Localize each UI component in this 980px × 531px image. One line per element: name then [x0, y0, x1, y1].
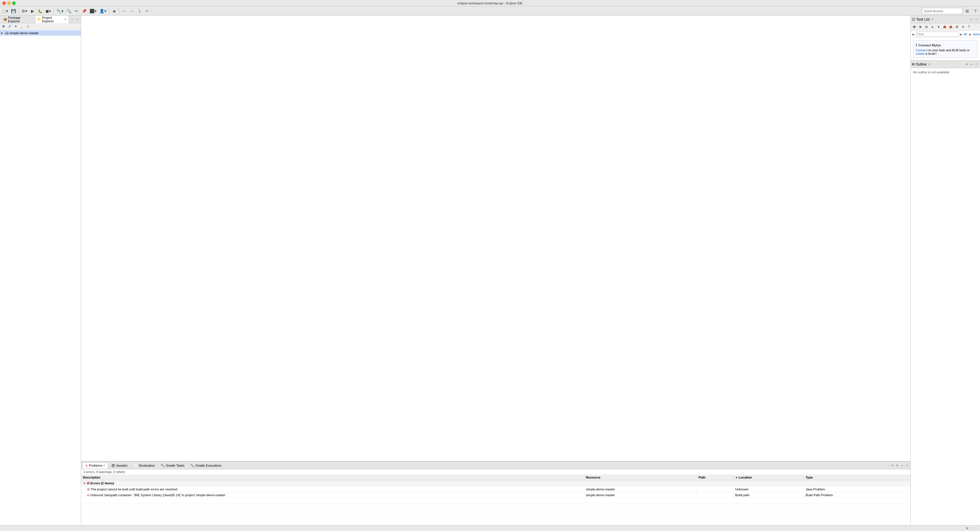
task-action-4[interactable]: ↯ [935, 24, 942, 30]
task-list-header: ☑ Task List ✕ — □ [911, 16, 980, 23]
task-list-maximize-button[interactable]: □ [974, 17, 979, 22]
back-button[interactable]: ← [121, 8, 128, 14]
task-list-minimize-button[interactable]: — [969, 17, 974, 22]
tree-arrow-icon: ▶ [1, 32, 4, 35]
table-header-row: Description Resource Path ▼ Location Typ… [81, 475, 910, 480]
find-arrow-icon: ▶ [913, 33, 915, 36]
tab-problems[interactable]: ⚠ Problems ✕ [82, 462, 108, 469]
col-path[interactable]: Path [697, 475, 733, 480]
outline-content: An outline is not available. [911, 68, 980, 76]
connect-mylyn-box: ℹ Connect Mylyn Connect to your task and… [913, 40, 978, 58]
tab-gradle-tasks[interactable]: 🔨 Gradle Tasks [158, 462, 187, 469]
col-resource[interactable]: Resource [584, 475, 697, 480]
outline-icon: ⊞ [912, 62, 915, 66]
maximize-button[interactable]: □ [25, 24, 31, 29]
task-action-1[interactable]: ⊞ [917, 24, 923, 30]
bottom-panel-action-button[interactable]: ⇒ [890, 463, 894, 468]
project-name-label: simple-demo-master [10, 31, 38, 35]
task-action-5[interactable]: 📥 [942, 24, 948, 30]
close-window-button[interactable] [2, 2, 6, 5]
problems-table: Description Resource Path ▼ Location Typ… [81, 475, 910, 525]
left-panel-minimize-button[interactable]: — [70, 17, 75, 22]
task-list-toolbar: ➕ ⊞ ⊟ ▸ ↯ 📥 📤 ⚙ ▾ ? [911, 23, 980, 31]
run-last-button[interactable]: ▶ [29, 8, 36, 14]
problems-summary: 2 errors, 0 warnings, 0 others [81, 469, 910, 475]
tab-gradle-executions[interactable]: 🔨 Gradle Executions [188, 462, 224, 469]
team-button[interactable]: ⬛▾ [88, 8, 98, 14]
bottom-panel: ⚠ Problems ✕ @ Javadoc 📄 Declaration 🔨 G… [81, 461, 910, 525]
prev-edit-button[interactable]: ⤵ [136, 8, 143, 14]
task-action-2[interactable]: ⊟ [923, 24, 929, 30]
task-action-7[interactable]: ⚙ [954, 24, 960, 30]
debug-button[interactable]: 🐛 [37, 8, 44, 14]
minimize-button[interactable]: _ [19, 24, 25, 29]
tab-project-explorer[interactable]: 📁 Project Explorer ✕ [35, 16, 69, 24]
table-row[interactable]: ⊘ The project cannot be built until buil… [81, 486, 910, 493]
run-config-button[interactable]: ◼▾ [45, 8, 52, 14]
gradle-exec-tab-label: Gradle Executions [195, 464, 221, 467]
left-panel-maximize-button[interactable]: □ [75, 17, 80, 22]
tab-declaration[interactable]: 📄 Declaration [131, 462, 158, 469]
collapse-all-button[interactable]: ⊞ [1, 24, 6, 29]
outline-minimize-button[interactable]: — [969, 62, 974, 67]
bottom-panel-minimize-button[interactable]: — [900, 463, 904, 468]
task-find-input[interactable] [916, 32, 959, 37]
run-button[interactable]: ⚙▾ [20, 8, 29, 14]
minimize-window-button[interactable] [7, 2, 11, 5]
quick-access-input[interactable]: Quick Access [922, 8, 963, 14]
problems-tab-label: Problems [89, 464, 102, 467]
view-menu-button[interactable]: ▾ [13, 24, 19, 29]
tree-item-simple-demo-master[interactable]: ▶ 🗂 simple-demo-master [0, 30, 81, 36]
all-tasks-link[interactable]: All [964, 32, 967, 36]
next-edit-button[interactable]: ⤶ [143, 8, 150, 14]
task-list-close-button[interactable]: ✕ [931, 18, 934, 21]
status-settings-icon[interactable]: ⚙ [966, 527, 969, 530]
task-view-menu-button[interactable]: ▾ [960, 24, 966, 30]
outline-close-button[interactable]: ✕ [928, 63, 931, 66]
task-action-6[interactable]: 📤 [948, 24, 954, 30]
help-button[interactable]: ? [972, 8, 979, 14]
connect-mylyn-text: to your task and ALM tools or [928, 48, 970, 52]
table-row[interactable]: ⊘ Unbound classpath container: 'JRE Syst… [81, 493, 910, 498]
col-type[interactable]: Type [804, 475, 910, 480]
project-explorer-label: Project Explorer [42, 16, 63, 23]
maximize-window-button[interactable] [12, 2, 16, 5]
toolbar-sep-4 [119, 8, 119, 14]
search-button[interactable]: 🔍 [65, 8, 72, 14]
link-editor-button[interactable]: 🔗 [7, 24, 13, 29]
problems-data-table: Description Resource Path ▼ Location Typ… [81, 475, 910, 515]
save-button[interactable]: 💾 [10, 8, 17, 14]
refactor-button[interactable]: ✂ [73, 8, 80, 14]
connect-mylyn-create-link[interactable]: create [916, 52, 925, 55]
outline-maximize-button[interactable]: □ [974, 62, 979, 67]
new-task-button[interactable]: ➕ [911, 24, 917, 30]
new-button[interactable]: ⬚▾ [1, 8, 9, 14]
forward-button[interactable]: → [128, 8, 135, 14]
user-button[interactable]: 👤▾ [98, 8, 108, 14]
extras-button[interactable]: ◈ [111, 8, 118, 14]
task-action-3[interactable]: ▸ [929, 24, 935, 30]
col-description[interactable]: Description [81, 475, 584, 480]
tab-package-explorer[interactable]: 📦 Package Explorer [1, 16, 34, 24]
task-help-button[interactable]: ? [966, 24, 972, 30]
activate-link[interactable]: Activate... [973, 32, 980, 36]
outline-collapse-button[interactable]: ▾ [964, 62, 969, 67]
error-group-header[interactable]: ▼ ⊘ Errors (2 items) [81, 480, 910, 486]
tab-javadoc[interactable]: @ Javadoc [109, 462, 130, 469]
group-error-icon: ⊘ [87, 481, 89, 485]
problems-tab-close[interactable]: ✕ [103, 464, 105, 467]
window-controls[interactable] [2, 2, 16, 5]
project-explorer-close-button[interactable]: ✕ [64, 18, 67, 21]
project-explorer-icon: 📁 [37, 18, 41, 21]
bottom-panel-view-menu-button[interactable]: ▾ [895, 463, 899, 468]
task-list-controls: — □ [969, 17, 979, 22]
connect-mylyn-connect-link[interactable]: Connect [916, 48, 928, 52]
bottom-panel-maximize-button[interactable]: □ [905, 463, 909, 468]
error-description-2: ⊘ Unbound classpath container: 'JRE Syst… [81, 493, 584, 498]
col-location[interactable]: ▼ Location [733, 475, 804, 480]
task-list-icon: ☑ [912, 18, 915, 21]
perspectives-button[interactable]: ⊞ [964, 8, 971, 14]
history-button[interactable]: 📌 [81, 8, 88, 14]
build-button[interactable]: 🔧▾ [55, 8, 65, 14]
group-collapse-icon[interactable]: ▼ [83, 482, 86, 485]
